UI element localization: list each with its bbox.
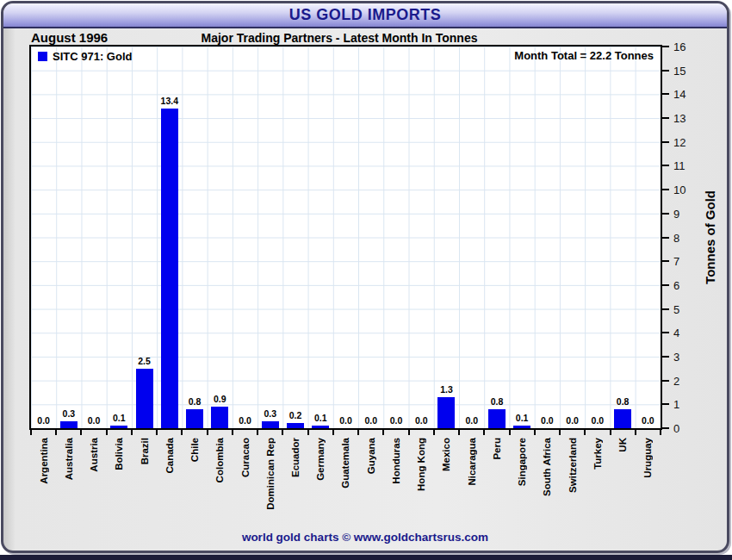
y-tick-label: 7 <box>673 255 679 268</box>
x-label-uk: UK <box>611 438 636 452</box>
x-label-ecuador: Ecuador <box>282 438 307 477</box>
y-axis-title: Tonnes of Gold <box>695 45 724 430</box>
bar-canada <box>161 109 178 428</box>
y-tick-label: 4 <box>673 327 679 339</box>
x-tick-mark <box>635 430 636 435</box>
x-label-nicaragua: Nicaragua <box>459 438 484 486</box>
y-tick-label: 13 <box>673 112 685 125</box>
y-tick-mark <box>662 403 669 405</box>
x-label-australia: Australia <box>56 438 81 480</box>
month-total-annotation: Month Total = 22.2 Tonnes <box>514 49 654 62</box>
x-tick-mark <box>357 430 359 435</box>
x-tick-mark <box>156 430 158 435</box>
x-tick-mark <box>534 430 536 435</box>
y-tick-mark <box>662 213 669 215</box>
y-tick-mark <box>662 189 669 190</box>
y-tick-label: 5 <box>673 302 679 315</box>
x-tick-mark <box>282 430 283 435</box>
y-tick-label: 8 <box>673 231 679 244</box>
x-label-chile: Chile <box>182 438 207 462</box>
x-label-argentina: Argentina <box>31 438 56 484</box>
y-tick-label: 1 <box>673 398 679 411</box>
y-tick-mark <box>662 46 669 47</box>
y-axis-title-text: Tonnes of Gold <box>703 190 717 284</box>
bar-peru <box>488 409 506 428</box>
bar-dominican-rep <box>262 421 279 428</box>
y-tick-label: 16 <box>673 40 685 53</box>
x-tick-mark <box>257 430 258 435</box>
x-tick-mark <box>408 430 410 435</box>
bar-value-label: 0.0 <box>580 415 615 426</box>
x-tick-mark <box>382 430 384 435</box>
x-label-switzerland: Switzerland <box>560 438 585 493</box>
x-label-bolivia: Bolivia <box>107 438 132 470</box>
bottom-edge-bar <box>0 555 732 560</box>
title-bar: US GOLD IMPORTS <box>3 3 727 28</box>
x-tick-mark <box>433 430 435 435</box>
y-tick-mark <box>662 260 669 262</box>
y-tick-label: 12 <box>673 135 685 148</box>
x-label-canada: Canada <box>157 438 182 474</box>
x-axis-labels: ArgentinaAustraliaAustriaBoliviaBrazilCa… <box>29 438 662 534</box>
y-tick-mark <box>662 93 669 95</box>
y-tick-mark <box>662 427 669 429</box>
legend-color-swatch-icon <box>38 52 47 61</box>
bar-singapore <box>513 426 530 428</box>
x-label-turkey: Turkey <box>585 438 610 470</box>
bar-value-label: 0.9 <box>202 394 238 404</box>
bar-value-label: 0.8 <box>479 396 514 407</box>
x-label-guyana: Guyana <box>358 438 383 474</box>
y-tick-mark <box>662 117 669 119</box>
x-tick-mark <box>483 430 485 435</box>
x-tick-mark <box>307 430 309 435</box>
x-label-uruguay: Uruguay <box>636 438 661 478</box>
legend-label: SITC 971: Gold <box>53 50 132 63</box>
x-tick-mark <box>509 430 511 435</box>
y-tick-label: 9 <box>673 207 679 220</box>
bar-australia <box>60 421 78 428</box>
x-tick-mark <box>55 430 57 435</box>
bar-ecuador <box>287 423 304 428</box>
x-label-austria: Austria <box>81 438 106 472</box>
y-tick-mark <box>662 332 669 333</box>
y-tick-label: 11 <box>673 159 685 172</box>
x-tick-mark <box>660 430 661 435</box>
x-label-peru: Peru <box>484 438 509 460</box>
bar-chile <box>186 409 203 428</box>
y-tick-mark <box>662 141 669 143</box>
legend: SITC 971: Gold <box>38 50 132 63</box>
x-tick-mark <box>181 430 183 435</box>
x-label-guatemala: Guatemala <box>333 438 358 488</box>
x-label-colombia: Colombia <box>208 438 233 482</box>
bar-value-label: 0.0 <box>630 415 666 426</box>
x-tick-mark <box>80 430 82 435</box>
bar-value-label: 0.8 <box>605 396 641 407</box>
y-tick-mark <box>662 70 669 72</box>
y-tick-label: 0 <box>673 422 679 435</box>
chart-subtitle: Major Trading Partners - Latest Month In… <box>3 31 675 45</box>
bar-value-label: 0.0 <box>404 415 439 426</box>
x-label-south-africa: South Africa <box>535 438 560 496</box>
x-tick-mark <box>559 430 561 435</box>
x-tick-mark <box>232 430 233 435</box>
bar-value-label: 1.3 <box>429 384 464 395</box>
y-tick-mark <box>662 284 669 286</box>
y-tick-mark <box>662 308 669 310</box>
x-axis-ticks <box>29 430 662 436</box>
y-tick-mark <box>662 380 669 382</box>
bar-value-label: 2.5 <box>127 356 162 366</box>
x-label-hong-kong: Hong Kong <box>409 438 434 491</box>
x-tick-mark <box>131 430 133 435</box>
chart-window: US GOLD IMPORTS August 1996 Major Tradin… <box>1 1 729 553</box>
bar-value-label: 0.0 <box>454 415 489 426</box>
x-label-honduras: Honduras <box>383 438 408 484</box>
x-tick-mark <box>458 430 460 435</box>
bar-uk <box>614 409 631 428</box>
bar-colombia <box>211 407 228 428</box>
y-tick-mark <box>662 356 669 358</box>
x-label-brazil: Brazil <box>132 438 157 464</box>
y-tick-label: 14 <box>673 88 685 101</box>
x-tick-mark <box>106 430 108 435</box>
x-tick-mark <box>610 430 611 435</box>
bar-germany <box>312 426 329 428</box>
